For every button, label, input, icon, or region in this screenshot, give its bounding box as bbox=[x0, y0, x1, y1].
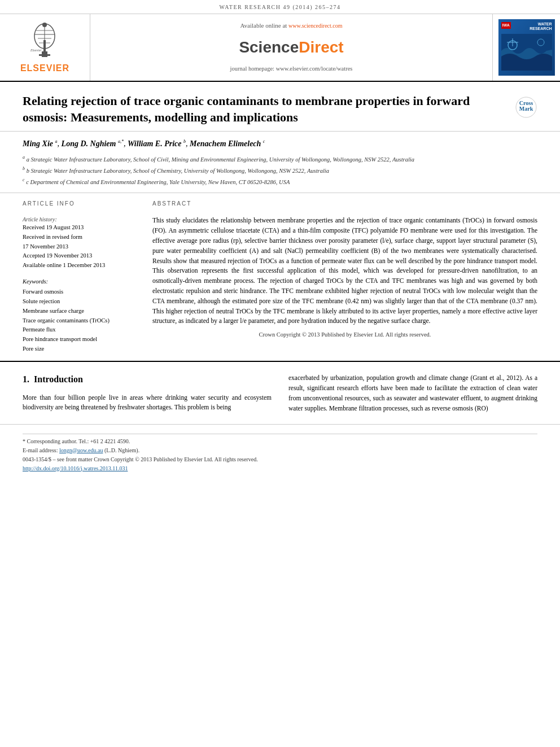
corresponding-author-note: * Corresponding author. Tel.: +61 2 4221… bbox=[23, 438, 537, 445]
author-2: Long D. Nghiem bbox=[62, 139, 116, 148]
journal-citation: WATER RESEARCH 49 (2014) 265–274 bbox=[219, 4, 340, 10]
abstract-body: This study elucidates the relationship b… bbox=[152, 216, 537, 326]
author-1: Ming Xie bbox=[23, 139, 53, 148]
svg-rect-1 bbox=[39, 54, 50, 56]
intro-right-col: exacerbated by urbanization, population … bbox=[288, 373, 537, 418]
available-text: Available online at www.sciencedirect.co… bbox=[240, 21, 342, 30]
intro-section-title: 1. Introduction bbox=[23, 373, 272, 386]
keyword-5: Permeate flux bbox=[23, 326, 135, 334]
doi-link[interactable]: http://dx.doi.org/10.1016/j.watres.2013.… bbox=[23, 465, 128, 471]
author-4: Menachem Elimelech bbox=[190, 139, 261, 148]
footer-divider bbox=[23, 434, 537, 434]
history-label: Article history: bbox=[23, 216, 135, 224]
corresponding-author-text: * Corresponding author. Tel.: +61 2 4221… bbox=[23, 438, 130, 444]
svg-text:Elsevier: Elsevier bbox=[30, 49, 42, 52]
title-section: Relating rejection of trace organic cont… bbox=[0, 82, 560, 132]
cover-header: IWA WATERRESEARCH bbox=[501, 22, 552, 32]
received-date: Received 19 August 2013 bbox=[23, 224, 135, 232]
doi-line: http://dx.doi.org/10.1016/j.watres.2013.… bbox=[23, 465, 537, 473]
intro-right-text: exacerbated by urbanization, population … bbox=[288, 373, 537, 413]
cover-image bbox=[501, 34, 552, 71]
available-online: Available online 1 December 2013 bbox=[23, 261, 135, 270]
direct-text: Direct bbox=[299, 38, 343, 56]
elsevier-logo: Elsevier ELSEVIER bbox=[20, 20, 69, 75]
author-3: William E. Price bbox=[128, 139, 182, 148]
introduction-section: 1. Introduction More than four billion p… bbox=[0, 362, 560, 423]
section-title-text: Introduction bbox=[34, 374, 83, 384]
accepted-date: Accepted 19 November 2013 bbox=[23, 252, 135, 260]
elsevier-tree-icon: Elsevier bbox=[22, 20, 67, 60]
affiliation-c: c c Department of Chemical and Environme… bbox=[23, 177, 537, 186]
section-number: 1. bbox=[23, 374, 29, 384]
svg-point-9 bbox=[42, 23, 47, 27]
issn-line: 0043-1354/$ – see front matter Crown Cop… bbox=[23, 456, 537, 464]
sciencedirect-url[interactable]: www.sciencedirect.com bbox=[288, 23, 342, 29]
page-footer: * Corresponding author. Tel.: +61 2 4221… bbox=[0, 424, 560, 479]
awwa-logo: IWA bbox=[501, 22, 511, 29]
email-name: (L.D. Nghiem). bbox=[104, 447, 139, 453]
journal-homepage: journal homepage: www.elsevier.com/locat… bbox=[230, 65, 353, 73]
affil-b: b bbox=[183, 139, 186, 145]
email-link[interactable]: longn@uow.edu.au bbox=[59, 447, 103, 453]
info-abstract-section: ARTICLE INFO Article history: Received 1… bbox=[0, 193, 560, 362]
science-text: Science bbox=[239, 38, 299, 56]
email-label: E-mail address: bbox=[23, 447, 58, 453]
abstract-heading: ABSTRACT bbox=[152, 200, 537, 210]
keywords-label: Keywords: bbox=[23, 278, 135, 286]
abstract-text: This study elucidates the relationship b… bbox=[152, 216, 537, 326]
keyword-7: Pore size bbox=[23, 345, 135, 353]
header-section: Elsevier ELSEVIER Available online at ww… bbox=[0, 14, 560, 82]
sciencedirect-logo: ScienceDirect bbox=[239, 36, 343, 58]
journal-bar: WATER RESEARCH 49 (2014) 265–274 bbox=[0, 0, 560, 14]
keywords-section: Keywords: Forward osmosis Solute rejecti… bbox=[23, 278, 135, 353]
keyword-1: Forward osmosis bbox=[23, 288, 135, 296]
revised-date: 17 November 2013 bbox=[23, 243, 135, 251]
abstract-col: ABSTRACT This study elucidates the relat… bbox=[152, 200, 537, 354]
keyword-4: Trace organic contaminants (TrOCs) bbox=[23, 317, 135, 325]
copyright-line: Crown Copyright © 2013 Published by Else… bbox=[152, 331, 537, 339]
article-info-heading: ARTICLE INFO bbox=[23, 200, 135, 210]
affiliation-b: b b Strategic Water Infrastructure Labor… bbox=[23, 165, 537, 175]
authors-section: Ming Xie a, Long D. Nghiem a,*, William … bbox=[0, 132, 560, 193]
crossmark-icon: Cross Mark bbox=[515, 96, 537, 119]
intro-left-text: More than four billion people live in ar… bbox=[23, 393, 272, 413]
keyword-2: Solute rejection bbox=[23, 298, 135, 306]
affil-c: c bbox=[263, 139, 265, 145]
cover-illustration bbox=[501, 34, 552, 71]
water-research-title: WATERRESEARCH bbox=[530, 22, 552, 32]
keyword-3: Membrane surface charge bbox=[23, 307, 135, 316]
svg-text:Mark: Mark bbox=[519, 106, 533, 112]
affil-a: a bbox=[55, 139, 58, 145]
publisher-logo-area: Elsevier ELSEVIER bbox=[0, 14, 90, 81]
received-revised-label: Received in revised form bbox=[23, 233, 135, 242]
affil-a2: a,* bbox=[118, 139, 124, 145]
journal-cover-area: IWA WATERRESEARCH bbox=[492, 14, 560, 81]
email-note: E-mail address: longn@uow.edu.au (L.D. N… bbox=[23, 447, 537, 455]
keyword-6: Pore hindrance transport model bbox=[23, 335, 135, 344]
intro-paragraph-right: exacerbated by urbanization, population … bbox=[288, 373, 537, 413]
header-center: Available online at www.sciencedirect.co… bbox=[90, 14, 492, 81]
authors-line: Ming Xie a, Long D. Nghiem a,*, William … bbox=[23, 138, 537, 150]
journal-cover: IWA WATERRESEARCH bbox=[498, 19, 555, 76]
article-history: Article history: Received 19 August 2013… bbox=[23, 216, 135, 269]
article-info-col: ARTICLE INFO Article history: Received 1… bbox=[23, 200, 135, 354]
affiliation-a: a a Strategic Water Infrastructure Labor… bbox=[23, 154, 537, 164]
elsevier-wordmark: ELSEVIER bbox=[20, 62, 69, 75]
article-title: Relating rejection of trace organic cont… bbox=[23, 93, 515, 125]
intro-paragraph-left: More than four billion people live in ar… bbox=[23, 393, 272, 413]
crossmark-logo: Cross Mark bbox=[515, 96, 537, 119]
intro-left-col: 1. Introduction More than four billion p… bbox=[23, 373, 272, 418]
